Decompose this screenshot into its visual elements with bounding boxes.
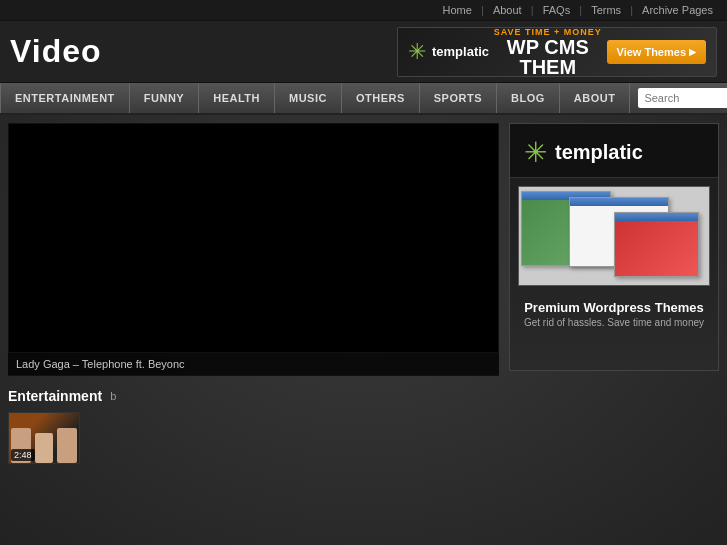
banner-cms-label: WP CMS THEM [489,37,606,77]
topbar-faqs-link[interactable]: FAQs [543,4,571,16]
separator-2: | [531,4,534,16]
nav-search: 🔍 [630,83,727,114]
nav-item-others[interactable]: OTHERS [342,83,420,113]
banner-middle: SAVE TIME + MONEY WP CMS THEM [489,27,606,77]
ad-top: ✳ templatic [510,124,718,178]
ad-box[interactable]: ✳ templatic [509,123,719,371]
nav-item-entertainment[interactable]: ENTERTAINMENT [0,83,130,113]
site-title: Video [10,33,102,70]
thumb-duration: 2:48 [11,449,35,461]
topbar-about-link[interactable]: About [493,4,522,16]
navigation: ENTERTAINMENT FUNNY HEALTH MUSIC OTHERS … [0,83,727,115]
topbar-archive-link[interactable]: Archive Pages [642,4,713,16]
nav-item-sports[interactable]: SPORTS [420,83,497,113]
thumb-figure-3 [57,428,77,463]
video-thumb-1[interactable]: 2:48 [8,412,80,464]
search-input[interactable] [638,88,727,108]
section-header: Entertainment b [8,388,719,404]
section-nav[interactable]: b [110,390,116,402]
topbar-home-link[interactable]: Home [443,4,472,16]
banner-brand-name: templatic [432,44,489,59]
video-player[interactable] [8,123,499,353]
sidebar-ad: ✳ templatic [509,123,719,376]
section-title: Entertainment [8,388,102,404]
thumb-figure-2 [35,433,53,463]
video-area: Lady Gaga – Telephone ft. Beyonc [8,123,499,376]
ad-title: Premium Wordpress Themes [520,300,708,315]
top-bar: Home | About | FAQs | Terms | Archive Pa… [0,0,727,21]
banner-save-label: SAVE TIME + MONEY [489,27,606,37]
separator-1: | [481,4,484,16]
fake-windows [519,187,709,285]
banner-brand-left: ✳ templatic [408,39,489,65]
ad-brand-name: templatic [555,141,643,164]
nav-item-music[interactable]: MUSIC [275,83,342,113]
header-banner[interactable]: ✳ templatic SAVE TIME + MONEY WP CMS THE… [397,27,717,77]
nav-items: ENTERTAINMENT FUNNY HEALTH MUSIC OTHERS … [0,83,630,113]
ad-subtitle: Get rid of hassles. Save time and money [520,317,708,328]
nav-item-funny[interactable]: FUNNY [130,83,199,113]
topbar-terms-link[interactable]: Terms [591,4,621,16]
ad-bottom: Premium Wordpress Themes Get rid of hass… [510,294,718,334]
separator-3: | [579,4,582,16]
ad-screenshots [518,186,710,286]
templatic-star-icon: ✳ [408,39,426,65]
nav-item-about[interactable]: ABOUT [560,83,631,113]
entertainment-section: Entertainment b 2:48 [0,384,727,468]
nav-item-health[interactable]: HEALTH [199,83,275,113]
view-themes-button[interactable]: View Themes [607,40,707,64]
video-caption: Lady Gaga – Telephone ft. Beyonc [8,353,499,376]
video-thumb-row: 2:48 [8,412,719,464]
main-content: Lady Gaga – Telephone ft. Beyonc ✳ templ… [0,115,727,384]
separator-4: | [630,4,633,16]
ad-star-icon: ✳ [524,136,547,169]
header: Video ✳ templatic SAVE TIME + MONEY WP C… [0,21,727,83]
nav-item-blog[interactable]: BLOG [497,83,560,113]
fake-window-3 [614,212,699,277]
